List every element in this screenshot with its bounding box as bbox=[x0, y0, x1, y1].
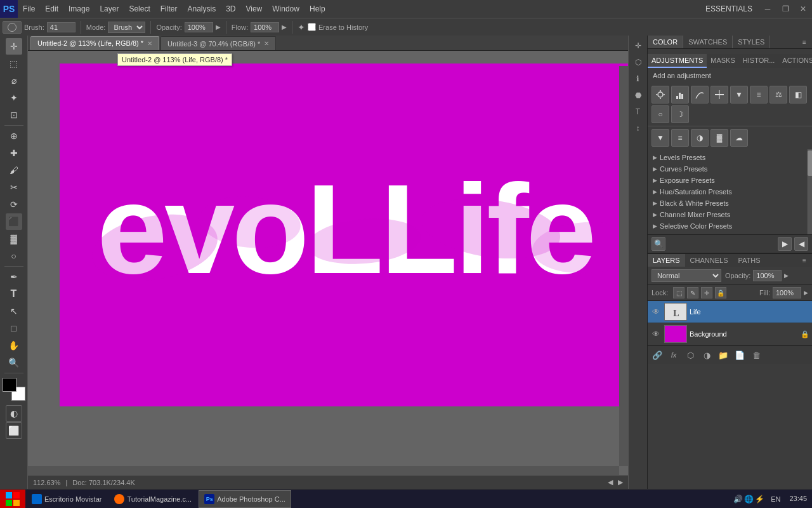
pen-tool[interactable]: ✒ bbox=[6, 269, 22, 285]
menu-layer[interactable]: Layer bbox=[95, 0, 124, 18]
panel-icon-4[interactable]: ⬣ bbox=[631, 88, 646, 103]
tab-close-2[interactable]: ✕ bbox=[264, 40, 269, 47]
tab-swatches[interactable]: SWATCHES bbox=[683, 36, 733, 48]
adj-item-hsl[interactable]: ▶ Hue/Saturation Presets bbox=[648, 186, 807, 197]
brush-preview[interactable] bbox=[3, 21, 22, 34]
menu-select[interactable]: Select bbox=[124, 0, 155, 18]
eraser-tool[interactable]: ⬛ bbox=[6, 213, 22, 230]
crop-tool[interactable]: ⊡ bbox=[6, 107, 22, 123]
tab-untitled-3[interactable]: Untitled-3 @ 70.4% (RGB/8) * ✕ bbox=[160, 36, 276, 50]
canvas-image[interactable]: evoLLife bbox=[60, 64, 628, 406]
menu-window[interactable]: Window bbox=[267, 0, 304, 18]
tab-styles[interactable]: STYLES bbox=[733, 36, 770, 48]
adj-bottom-icon3[interactable]: ◀ bbox=[794, 237, 808, 251]
adj-channelmix-icon[interactable]: ☽ bbox=[671, 105, 689, 123]
history-brush-tool[interactable]: ⟳ bbox=[6, 196, 22, 213]
adj-levels-icon[interactable] bbox=[671, 86, 689, 104]
adj-selectivecolor-icon[interactable]: ☁ bbox=[730, 129, 748, 147]
tab-layers[interactable]: LAYERS bbox=[648, 254, 685, 267]
taskbar-item-escritorio[interactable]: Escritorio Movistar bbox=[26, 490, 107, 508]
canvas-scroll-area[interactable]: evoLLife bbox=[28, 51, 628, 475]
delete-layer-icon[interactable]: 🗑 bbox=[749, 348, 763, 362]
adj-vibrance-icon[interactable]: ▼ bbox=[730, 86, 748, 104]
tab-history[interactable]: HISTOR... bbox=[739, 54, 779, 68]
adj-photofilter-icon[interactable]: ○ bbox=[652, 105, 669, 123]
brush-tool[interactable]: 🖌 bbox=[6, 162, 22, 178]
eyedropper-tool[interactable]: ⊕ bbox=[6, 128, 22, 144]
close-button[interactable]: ✕ bbox=[794, 0, 812, 18]
menu-3d[interactable]: 3D bbox=[221, 0, 240, 18]
lock-image-icon[interactable]: ✎ bbox=[687, 287, 698, 298]
text-tool[interactable]: T bbox=[6, 286, 22, 302]
mode-select[interactable]: Brush bbox=[108, 22, 145, 33]
layers-panel-collapse[interactable]: ≡ bbox=[799, 257, 812, 264]
move-tool[interactable]: ✛ bbox=[6, 38, 22, 55]
gradient-tool[interactable]: ▓ bbox=[6, 231, 22, 247]
restore-button[interactable]: ❒ bbox=[776, 0, 794, 18]
airbrush-icon[interactable]: ✦ bbox=[298, 22, 305, 32]
panel-icon-5[interactable]: T bbox=[631, 104, 646, 119]
marquee-tool[interactable]: ⬚ bbox=[6, 55, 22, 72]
adj-item-bw[interactable]: ▶ Black & White Presets bbox=[648, 197, 807, 209]
clone-stamp-tool[interactable]: ✂ bbox=[6, 179, 22, 196]
adj-item-levels[interactable]: ▶ Levels Presets bbox=[648, 152, 807, 163]
adj-bw-icon[interactable]: ◧ bbox=[789, 86, 807, 104]
adj-threshold-icon[interactable]: ◑ bbox=[691, 129, 709, 147]
essentials-button[interactable]: ESSENTIALS bbox=[699, 0, 759, 18]
blend-mode-select[interactable]: Normal bbox=[652, 269, 721, 282]
add-mask-icon[interactable]: ⬡ bbox=[683, 348, 697, 362]
color-panel-collapse[interactable]: ≡ bbox=[799, 39, 812, 46]
brush-size-input[interactable] bbox=[47, 22, 75, 32]
tab-untitled-2[interactable]: Untitled-2 @ 113% (Life, RGB/8) * ✕ bbox=[30, 36, 159, 50]
panel-icon-3[interactable]: ℹ bbox=[631, 71, 646, 86]
lock-transparent-icon[interactable]: ⬚ bbox=[673, 287, 684, 298]
menu-edit[interactable]: Edit bbox=[40, 0, 63, 18]
scroll-arrow-left[interactable]: ◀ bbox=[608, 478, 613, 486]
adj-scrollbar[interactable] bbox=[807, 149, 812, 234]
fill-input[interactable] bbox=[773, 287, 801, 298]
erase-history-checkbox[interactable] bbox=[308, 23, 316, 31]
tray-icon-2[interactable]: 🌐 bbox=[744, 495, 754, 504]
adj-item-exposure[interactable]: ▶ Exposure Presets bbox=[648, 175, 807, 186]
adj-hsl-icon[interactable]: ≡ bbox=[750, 86, 768, 104]
menu-help[interactable]: Help bbox=[304, 0, 331, 18]
color-swatches[interactable] bbox=[3, 378, 25, 401]
erase-history-label[interactable]: Erase to History bbox=[318, 23, 368, 31]
foreground-color-swatch[interactable] bbox=[3, 378, 16, 392]
tab-close-1[interactable]: ✕ bbox=[147, 40, 152, 47]
adj-item-selectivecolor[interactable]: ▶ Selective Color Presets bbox=[648, 220, 807, 232]
menu-filter[interactable]: Filter bbox=[155, 0, 183, 18]
adj-colorbalance-icon[interactable]: ⚖ bbox=[769, 86, 787, 104]
opacity-input[interactable] bbox=[753, 270, 782, 281]
layer-eye-background[interactable]: 👁 bbox=[650, 328, 662, 340]
tray-icon-3[interactable]: ⚡ bbox=[755, 495, 764, 504]
panel-icon-6[interactable]: ↕ bbox=[631, 121, 646, 136]
start-button[interactable] bbox=[0, 490, 25, 509]
adj-scroll-thumb[interactable] bbox=[808, 150, 812, 176]
taskbar-item-browser[interactable]: TutorialMagazine.c... bbox=[108, 490, 197, 508]
adj-brightness-icon[interactable] bbox=[652, 86, 669, 104]
lock-position-icon[interactable]: ✛ bbox=[701, 287, 712, 298]
layer-item-background[interactable]: 👁 Background 🔒 bbox=[648, 323, 812, 345]
shape-tool[interactable]: □ bbox=[6, 320, 22, 337]
menu-view[interactable]: View bbox=[240, 0, 267, 18]
adj-gradientmap-icon[interactable]: ▓ bbox=[710, 129, 728, 147]
fill-arrow-icon[interactable]: ▶ bbox=[804, 290, 808, 296]
horizontal-scrollbar[interactable] bbox=[28, 466, 619, 475]
tray-icon-1[interactable]: 🔊 bbox=[733, 495, 743, 504]
dodge-tool[interactable]: ○ bbox=[6, 248, 22, 264]
adj-bottom-icon1[interactable]: 🔍 bbox=[652, 237, 665, 251]
tab-masks[interactable]: MASKS bbox=[707, 54, 739, 68]
adj-invert-icon[interactable]: ▼ bbox=[652, 129, 669, 147]
minimize-button[interactable]: ─ bbox=[759, 0, 776, 18]
healing-brush-tool[interactable]: ✚ bbox=[6, 145, 22, 161]
panel-icon-1[interactable]: ✛ bbox=[631, 38, 646, 53]
tab-color[interactable]: COLOR bbox=[648, 36, 683, 48]
vertical-scrollbar[interactable] bbox=[619, 66, 628, 466]
quick-select-tool[interactable]: ✦ bbox=[6, 90, 22, 106]
tab-adjustments[interactable]: ADJUSTMENTS bbox=[648, 54, 707, 68]
opacity-arrow-icon[interactable]: ▶ bbox=[784, 272, 789, 279]
adj-bottom-icon2[interactable]: ▶ bbox=[778, 237, 792, 251]
hand-tool[interactable]: ✋ bbox=[6, 337, 22, 354]
quick-mask-btn[interactable]: ◐ bbox=[6, 405, 22, 422]
